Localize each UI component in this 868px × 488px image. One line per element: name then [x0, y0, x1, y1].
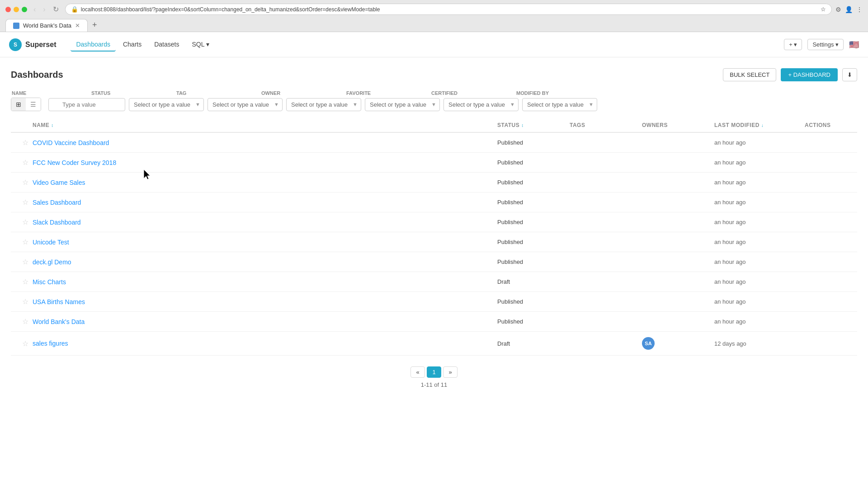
row-fav-8: ☆ [18, 297, 33, 306]
download-icon: ⬇ [847, 71, 852, 78]
page-header: Dashboards BULK SELECT + DASHBOARD ⬇ [11, 68, 857, 81]
favorite-star-10[interactable]: ☆ [18, 339, 33, 348]
list-view-button[interactable]: ☰ [26, 98, 41, 111]
table-row: ☆ Misc Charts Draft an hour ago [11, 272, 857, 292]
favorite-star-1[interactable]: ☆ [18, 158, 33, 167]
page-1-button[interactable]: 1 [427, 366, 441, 378]
star-bookmark-icon[interactable]: ☆ [821, 6, 826, 13]
filter-label-name: NAME [11, 90, 88, 96]
row-fav-10: ☆ [18, 339, 33, 348]
dashboard-link-3[interactable]: Sales Dashboard [33, 199, 497, 206]
owner-filter-wrapper: Select or type a value ▼ [286, 98, 361, 111]
col-header-status[interactable]: Status ↕ [497, 122, 570, 128]
settings-button[interactable]: Settings ▾ [807, 39, 844, 50]
row-modified-8: an hour ago [714, 298, 805, 305]
main-nav: Dashboards Charts Datasets SQL ▾ [71, 38, 214, 52]
col-header-name[interactable]: Name ↕ [33, 122, 497, 128]
new-tab-button[interactable]: + [89, 19, 101, 32]
page-title: Dashboards [11, 70, 63, 80]
status-sort-icon: ↕ [521, 123, 524, 128]
dashboard-link-1[interactable]: FCC New Coder Survey 2018 [33, 159, 497, 166]
table-row: ☆ deck.gl Demo Published an hour ago [11, 252, 857, 272]
certified-filter[interactable]: Select or type a value [443, 98, 519, 111]
add-button[interactable]: + ▾ [784, 39, 802, 50]
next-page-button[interactable]: » [443, 366, 458, 378]
row-modified-4: an hour ago [714, 219, 805, 225]
status-filter[interactable]: Select or type a value [129, 98, 204, 111]
favorite-star-2[interactable]: ☆ [18, 178, 33, 187]
status-filter-wrapper: Select or type a value ▼ [129, 98, 204, 111]
row-modified-5: an hour ago [714, 239, 805, 245]
dashboard-link-9[interactable]: World Bank's Data [33, 318, 497, 325]
table-row: ☆ FCC New Coder Survey 2018 Published an… [11, 153, 857, 173]
table-row: ☆ World Bank's Data Published an hour ag… [11, 312, 857, 332]
download-button[interactable]: ⬇ [842, 68, 857, 81]
filter-section: NAME STATUS TAG OWNER FAVORITE CERTIFIED… [11, 90, 857, 111]
row-status-0: Published [497, 139, 570, 146]
favorite-star-7[interactable]: ☆ [18, 277, 33, 286]
language-flag[interactable]: 🇺🇸 [849, 40, 859, 50]
col-header-tags: Tags [570, 122, 642, 128]
name-search-input[interactable] [48, 98, 125, 111]
nav-sql[interactable]: SQL ▾ [186, 38, 214, 52]
dashboard-link-8[interactable]: USA Births Names [33, 298, 497, 305]
row-modified-1: an hour ago [714, 159, 805, 166]
row-status-7: Draft [497, 278, 570, 285]
bulk-select-button[interactable]: BULK SELECT [723, 68, 776, 81]
dashboard-link-0[interactable]: COVID Vaccine Dashboard [33, 139, 497, 146]
maximize-dot[interactable] [22, 7, 27, 12]
dashboard-link-2[interactable]: Video Game Sales [33, 179, 497, 186]
table-row: ☆ Unicode Test Published an hour ago [11, 232, 857, 252]
nav-charts[interactable]: Charts [118, 38, 147, 52]
filter-label-certified: CERTIFIED [431, 90, 513, 96]
favorite-star-4[interactable]: ☆ [18, 218, 33, 226]
lock-icon: 🔒 [71, 6, 78, 13]
filter-label-owner: OWNER [261, 90, 343, 96]
row-modified-2: an hour ago [714, 179, 805, 186]
profile-icon[interactable]: 👤 [845, 6, 853, 13]
nav-dashboards[interactable]: Dashboards [71, 38, 116, 52]
table-row: ☆ Video Game Sales Published an hour ago [11, 173, 857, 192]
favorite-star-6[interactable]: ☆ [18, 258, 33, 266]
dashboard-link-5[interactable]: Unicode Test [33, 239, 497, 246]
dashboard-link-6[interactable]: deck.gl Demo [33, 258, 497, 266]
favorite-star-8[interactable]: ☆ [18, 297, 33, 306]
menu-icon[interactable]: ⋮ [856, 6, 863, 13]
add-dashboard-button[interactable]: + DASHBOARD [781, 68, 838, 81]
reload-button[interactable]: ↻ [50, 4, 61, 14]
prev-page-button[interactable]: « [410, 366, 425, 378]
forward-button[interactable]: › [40, 5, 48, 14]
active-tab[interactable]: World Bank's Data ✕ [5, 19, 88, 32]
certified-filter-wrapper: Select or type a value ▼ [443, 98, 519, 111]
row-status-6: Published [497, 258, 570, 265]
nav-datasets[interactable]: Datasets [149, 38, 184, 52]
row-status-4: Published [497, 219, 570, 225]
extensions-icon[interactable]: ⚙ [835, 6, 841, 13]
modified-by-filter[interactable]: Select or type a value [522, 98, 597, 111]
top-navigation: S Superset Dashboards Charts Datasets SQ… [0, 32, 868, 57]
dashboard-link-10[interactable]: sales figures [33, 340, 497, 347]
favorite-filter[interactable]: Select or type a value [365, 98, 440, 111]
table-row: ☆ sales figures Draft SA 12 days ago [11, 332, 857, 356]
row-fav-6: ☆ [18, 258, 33, 266]
minimize-dot[interactable] [14, 7, 19, 12]
tag-filter[interactable]: Select or type a value [208, 98, 283, 111]
modified-sort-icon: ↓ [761, 123, 764, 128]
favorite-star-3[interactable]: ☆ [18, 198, 33, 206]
browser-nav: ‹ › ↻ [31, 4, 61, 14]
owner-filter[interactable]: Select or type a value [286, 98, 361, 111]
address-bar[interactable]: 🔒 localhost:8088/dashboard/list/?pageInd… [65, 4, 832, 15]
favorite-filter-wrapper: Select or type a value ▼ [365, 98, 440, 111]
favorite-star-9[interactable]: ☆ [18, 317, 33, 326]
dashboard-link-7[interactable]: Misc Charts [33, 278, 497, 286]
tab-close-button[interactable]: ✕ [75, 22, 80, 29]
col-header-modified[interactable]: Last modified ↓ [714, 122, 805, 128]
browser-chrome: ‹ › ↻ 🔒 localhost:8088/dashboard/list/?p… [0, 0, 868, 32]
favorite-star-0[interactable]: ☆ [18, 138, 33, 147]
grid-view-button[interactable]: ⊞ [11, 98, 26, 111]
filter-label-status: STATUS [91, 90, 173, 96]
close-dot[interactable] [5, 7, 11, 12]
back-button[interactable]: ‹ [31, 5, 38, 14]
dashboard-link-4[interactable]: Slack Dashboard [33, 219, 497, 226]
favorite-star-5[interactable]: ☆ [18, 238, 33, 246]
